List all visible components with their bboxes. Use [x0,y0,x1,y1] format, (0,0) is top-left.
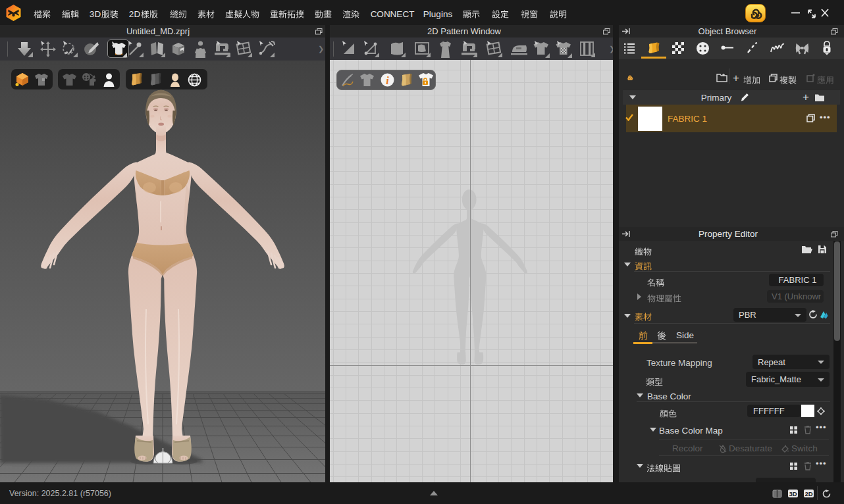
svg-text:i: i [386,75,389,86]
